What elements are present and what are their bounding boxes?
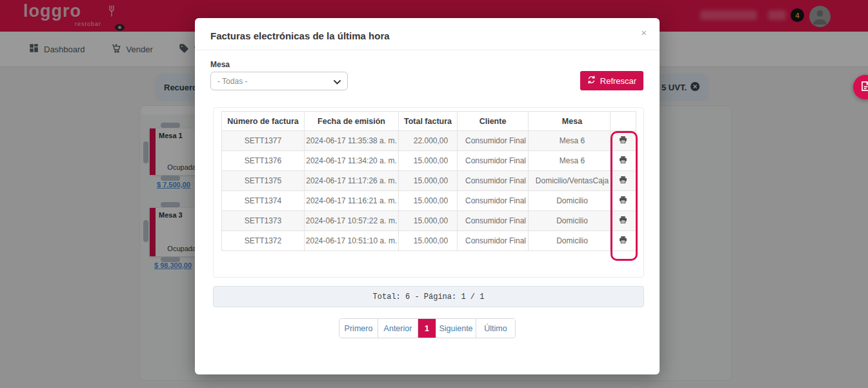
table-row: SETT1372 2024-06-17 10:51:10 a. m. 15.00… — [222, 231, 636, 251]
cell-fecha: 2024-06-17 10:57:22 a. m. — [305, 211, 399, 231]
cell-numero: SETT1374 — [222, 191, 305, 211]
pagination-summary: Total: 6 - Página: 1 / 1 — [213, 286, 644, 307]
cell-numero: SETT1373 — [222, 211, 305, 231]
cell-mesa: Domicilio/VentasCaja — [529, 171, 611, 191]
refresh-button[interactable]: Refrescar — [580, 71, 643, 90]
printer-icon — [619, 176, 627, 186]
cell-mesa: Domicilio — [529, 211, 611, 231]
mesa-select-value: - Todas - — [217, 77, 247, 86]
printer-icon — [619, 196, 627, 206]
cell-mesa: Domicilio — [529, 231, 611, 251]
mesa-filter-label: Mesa — [210, 60, 230, 69]
cell-fecha: 2024-06-17 11:35:38 a. m. — [305, 131, 399, 151]
print-invoice-button[interactable] — [616, 154, 630, 167]
cell-mesa: Domicilio — [529, 191, 611, 211]
cell-numero: SETT1377 — [222, 131, 305, 151]
cell-cliente: Consumidor Final — [458, 191, 529, 211]
cell-total: 22.000,00 — [399, 131, 458, 151]
cell-cliente: Consumidor Final — [458, 131, 529, 151]
table-row: SETT1374 2024-06-17 11:16:21 a. m. 15.00… — [222, 191, 636, 211]
invoices-modal: Facturas electrónicas de la última hora … — [195, 18, 660, 374]
pagination: Primero Anterior 1 Siguiente Último — [339, 318, 516, 338]
col-header-actions — [611, 112, 636, 131]
cell-mesa: Mesa 6 — [529, 131, 611, 151]
cell-numero: SETT1372 — [222, 231, 305, 251]
printer-icon — [619, 136, 627, 146]
printer-icon — [619, 236, 627, 246]
print-invoice-button[interactable] — [616, 174, 630, 187]
cell-cliente: Consumidor Final — [458, 211, 529, 231]
col-header-mesa: Mesa — [529, 112, 611, 131]
print-invoice-button[interactable] — [616, 234, 630, 247]
cell-total: 15.000,00 — [399, 191, 458, 211]
pagination-last-button[interactable]: Último — [476, 319, 515, 338]
printer-icon — [619, 216, 627, 226]
cell-fecha: 2024-06-17 11:34:20 a. m. — [305, 151, 399, 171]
cell-numero: SETT1375 — [222, 171, 305, 191]
col-header-numero: Número de factura — [222, 112, 305, 131]
cell-fecha: 2024-06-17 10:51:10 a. m. — [305, 231, 399, 251]
print-invoice-button[interactable] — [616, 194, 630, 207]
table-row: SETT1376 2024-06-17 11:34:20 a. m. 15.00… — [222, 151, 636, 171]
chevron-down-icon — [334, 76, 341, 87]
cell-cliente: Consumidor Final — [458, 151, 529, 171]
refresh-icon — [587, 76, 596, 86]
cell-total: 15.000,00 — [399, 211, 458, 231]
cell-fecha: 2024-06-17 11:16:21 a. m. — [305, 191, 399, 211]
col-header-cliente: Cliente — [458, 112, 529, 131]
table-row: SETT1373 2024-06-17 10:57:22 a. m. 15.00… — [222, 211, 636, 231]
col-header-fecha: Fecha de emisión — [305, 112, 399, 131]
pagination-next-button[interactable]: Siguiente — [436, 319, 476, 338]
cell-mesa: Mesa 6 — [529, 151, 611, 171]
invoice-table-container: Número de factura Fecha de emisión Total… — [213, 107, 644, 278]
cell-cliente: Consumidor Final — [458, 171, 529, 191]
cell-total: 15.000,00 — [399, 231, 458, 251]
mesa-select[interactable]: - Todas - — [210, 72, 348, 90]
cell-total: 15.000,00 — [399, 151, 458, 171]
cell-total: 15.000,00 — [399, 171, 458, 191]
print-invoice-button[interactable] — [616, 214, 630, 227]
table-row: SETT1377 2024-06-17 11:35:38 a. m. 22.00… — [222, 131, 636, 151]
printer-icon — [619, 156, 627, 166]
cell-cliente: Consumidor Final — [458, 231, 529, 251]
table-row: SETT1375 2024-06-17 11:17:26 a. m. 15.00… — [222, 171, 636, 191]
refresh-label: Refrescar — [600, 76, 636, 86]
document-icon — [861, 81, 868, 94]
divider — [195, 50, 660, 50]
pagination-first-button[interactable]: Primero — [339, 319, 378, 338]
cell-numero: SETT1376 — [222, 151, 305, 171]
cell-fecha: 2024-06-17 11:17:26 a. m. — [305, 171, 399, 191]
pagination-prev-button[interactable]: Anterior — [378, 319, 418, 338]
pagination-current-page[interactable]: 1 — [418, 319, 436, 338]
close-icon[interactable]: × — [641, 27, 647, 38]
print-invoice-button[interactable] — [616, 134, 630, 147]
invoice-table: Número de factura Fecha de emisión Total… — [221, 111, 636, 251]
col-header-total: Total factura — [399, 112, 458, 131]
table-header-row: Número de factura Fecha de emisión Total… — [222, 112, 636, 131]
modal-title: Facturas electrónicas de la última hora — [210, 30, 390, 41]
